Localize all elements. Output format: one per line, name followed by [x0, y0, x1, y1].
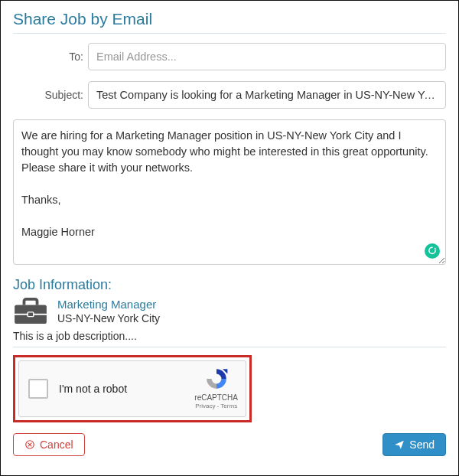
- job-location: US-NY-New York City: [57, 312, 160, 324]
- action-bar: Cancel Send: [13, 433, 446, 456]
- cancel-icon: [24, 439, 35, 450]
- divider: [13, 33, 446, 34]
- job-info-heading: Job Information:: [13, 277, 446, 293]
- cancel-label: Cancel: [40, 439, 73, 451]
- row-subject: Subject:: [13, 81, 446, 109]
- recaptcha-widget: I'm not a robot reCAPTCHA Privacy - Term…: [18, 360, 246, 417]
- send-button[interactable]: Send: [382, 433, 446, 456]
- subject-input[interactable]: [88, 81, 446, 109]
- divider: [13, 347, 446, 347]
- briefcase-icon: [13, 296, 48, 325]
- send-label: Send: [409, 439, 435, 451]
- row-to: To:: [13, 43, 446, 70]
- recaptcha-highlight: I'm not a robot reCAPTCHA Privacy - Term…: [13, 355, 252, 422]
- to-input[interactable]: [88, 43, 446, 70]
- page-title: Share Job by Email: [13, 10, 446, 28]
- recaptcha-branding: reCAPTCHA Privacy - Terms: [194, 367, 238, 410]
- subject-label: Subject:: [13, 89, 88, 101]
- recaptcha-icon: [204, 367, 229, 391]
- cancel-button[interactable]: Cancel: [13, 433, 85, 456]
- grammarly-icon[interactable]: [425, 243, 440, 259]
- recaptcha-label: I'm not a robot: [59, 383, 184, 395]
- job-info-block: Marketing Manager US-NY-New York City: [13, 296, 446, 325]
- to-label: To:: [13, 51, 88, 63]
- recaptcha-checkbox[interactable]: [28, 379, 48, 399]
- job-title-link[interactable]: Marketing Manager: [57, 298, 160, 311]
- job-description: This is a job description....: [13, 330, 446, 342]
- svg-rect-2: [28, 312, 34, 317]
- message-textarea[interactable]: [13, 119, 446, 265]
- send-icon: [394, 439, 405, 450]
